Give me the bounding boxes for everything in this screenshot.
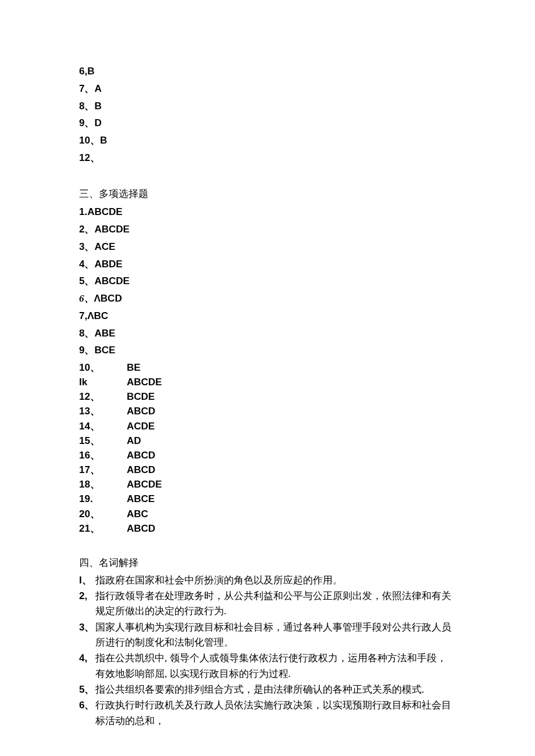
multi-choice-answer-row: 3、ACE xyxy=(79,238,456,256)
definition-text: 指行政领导者在处理政务时，从公共利益和公平与公正原则出发，依照法律和有关规定所做… xyxy=(95,589,456,619)
multi-choice-answer-row: 17、ABCD xyxy=(79,463,456,477)
multi-choice-answer-row: 21、ABCD xyxy=(79,521,456,536)
answer-letters: ABCDE xyxy=(127,375,162,389)
definition-text: 指公共组织各要索的排列组合方式，是由法律所确认的各种正式关系的模式. xyxy=(95,682,456,697)
answer-letters: ABCD xyxy=(127,448,155,463)
multi-choice-answer-row: 14、ACDE xyxy=(79,419,456,433)
definition-item: 4,指在公共凯织中, 领导个人或领导集体依法行使行政权力，运用各种方法和手段，有… xyxy=(79,651,456,682)
definition-text: 国家人事机构为实现行政目标和社会目标，通过各种人事管理手段对公共行政人员所进行的… xyxy=(95,620,456,651)
definition-text: 行政执行时行政机关及行政人员依法实施行政决策，以实现预期行政目标和社会目标活动的… xyxy=(95,698,456,729)
single-choice-answer-row: 12、 xyxy=(79,149,456,167)
definition-index: 4, xyxy=(79,651,95,682)
multi-choice-answer-row: IkABCDE xyxy=(79,375,456,389)
answer-letters: ABC xyxy=(127,507,148,521)
multi-choice-answer-row: 15、AD xyxy=(79,433,456,448)
single-choice-answer-row: 8、B xyxy=(79,98,456,115)
section-4-title: 四、名词解择 xyxy=(79,554,456,572)
multi-choice-answer-row: 13、ABCD xyxy=(79,404,456,418)
definition-index: 6、 xyxy=(79,698,95,729)
answer-letters: ABCD xyxy=(127,463,155,477)
definition-item: 6、行政执行时行政机关及行政人员依法实施行政决策，以实现预期行政目标和社会目标活… xyxy=(79,698,456,729)
definition-index: I、 xyxy=(79,573,95,588)
answer-letters: BCDE xyxy=(127,389,155,404)
multi-choice-answer-row: 9、BCE xyxy=(79,342,456,359)
multi-choice-answer-row: 19.ABCE xyxy=(79,492,456,506)
answer-letters: ABCDE xyxy=(127,477,162,492)
answer-number: 20、 xyxy=(79,507,127,521)
answer-number: 15、 xyxy=(79,433,127,448)
definition-item: 3、国家人事机构为实现行政目标和社会目标，通过各种人事管理手段对公共行政人员所进… xyxy=(79,620,456,651)
multi-choice-answer-row: 5、ABCDE xyxy=(79,273,456,290)
multi-choice-answer-row: 8、ABE xyxy=(79,325,456,342)
answer-number: 17、 xyxy=(79,463,127,477)
answer-letters: ACDE xyxy=(127,419,155,433)
answer-number: 12、 xyxy=(79,389,127,404)
answer-letters: ABCD xyxy=(127,521,155,536)
multi-choice-answer-row: 16、ABCD xyxy=(79,448,456,463)
multi-choice-answer-row: 1.ABCDE xyxy=(79,203,456,221)
definition-item: I、指政府在国家和社会中所扮演的角色以及所应起的作用。 xyxy=(79,573,456,588)
answer-number: 18、 xyxy=(79,477,127,492)
definition-item: 5、指公共组织各要索的排列组合方式，是由法律所确认的各种正式关系的模式. xyxy=(79,682,456,697)
answer-number: 16、 xyxy=(79,448,127,463)
definition-index: 2, xyxy=(79,589,95,619)
single-choice-answer-row: 9、D xyxy=(79,114,456,132)
multi-choice-answer-row: 12、BCDE xyxy=(79,389,456,404)
answer-number: 13、 xyxy=(79,404,127,418)
definition-index: 3、 xyxy=(79,620,95,651)
answer-number: 21、 xyxy=(79,521,127,536)
multi-choice-answer-row: 7,ΛBC xyxy=(79,307,456,325)
answer-letters: ABCE xyxy=(127,492,155,506)
definition-text: 指在公共凯织中, 领导个人或领导集体依法行使行政权力，运用各种方法和手段，有效地… xyxy=(95,651,456,682)
multi-choice-answer-row: 6、ΛBCD xyxy=(79,290,456,307)
definition-index: 5、 xyxy=(79,682,95,697)
answer-letters: BE xyxy=(127,360,141,375)
answer-number: Ik xyxy=(79,375,127,389)
multi-choice-answer-row: 10、BE xyxy=(79,360,456,375)
single-choice-answer-row: 10、B xyxy=(79,132,456,149)
section-3-title: 三、多项选择题 xyxy=(79,185,456,203)
single-choice-answer-row: 7、A xyxy=(79,80,456,98)
answer-letters: ABCD xyxy=(127,404,155,418)
multi-choice-answer-row: 2、ABCDE xyxy=(79,221,456,238)
multi-choice-answer-row: 18、ABCDE xyxy=(79,477,456,492)
multi-choice-answer-row: 4、ABDE xyxy=(79,256,456,273)
answer-number: 19. xyxy=(79,492,127,506)
definition-text: 指政府在国家和社会中所扮演的角色以及所应起的作用。 xyxy=(95,573,456,588)
answer-letters: AD xyxy=(127,433,141,448)
multi-choice-answer-row: 20、ABC xyxy=(79,507,456,521)
definition-item: 2,指行政领导者在处理政务时，从公共利益和公平与公正原则出发，依照法律和有关规定… xyxy=(79,589,456,619)
answer-number: 14、 xyxy=(79,419,127,433)
single-choice-answer-row: 6,B xyxy=(79,63,456,80)
answer-number: 10、 xyxy=(79,360,127,375)
